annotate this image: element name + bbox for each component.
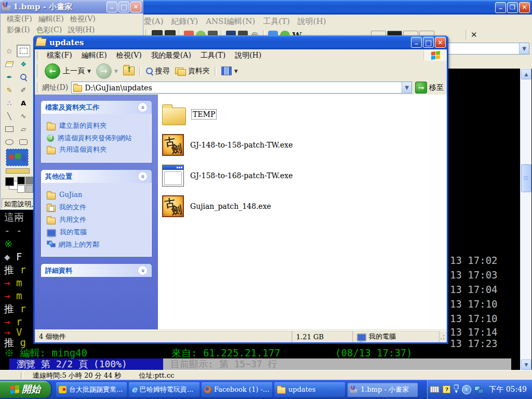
paint-menubar-row1[interactable]: 檔案(F) 編輯(E) 檢視(V) — [1, 14, 143, 24]
task-paint[interactable]: 1.bmp - 小畫家 — [347, 382, 418, 397]
chevron-down-icon[interactable]: ▼ — [402, 82, 411, 93]
tool-line[interactable]: ╲ — [3, 110, 16, 122]
tool-polygon[interactable]: ▱ — [17, 123, 30, 135]
chevron-down-icon[interactable]: « — [138, 265, 148, 275]
tool-pencil[interactable]: ✎ — [3, 84, 16, 96]
menu-tools[interactable]: 工具(T) — [196, 51, 230, 60]
paint-maximize-button[interactable] — [118, 2, 129, 12]
start-button[interactable]: 開始 — [0, 381, 51, 398]
restore-tray-icon[interactable]: ❐▼ — [454, 385, 459, 394]
go-button[interactable]: → — [415, 82, 427, 94]
menu-edit[interactable]: 編輯(E) — [77, 51, 112, 60]
file-gj-158-to-168[interactable]: GJ-158-to-168-patch-TW.exe — [162, 163, 447, 188]
tool-pick-color[interactable]: ✒ — [3, 71, 16, 83]
chevron-up-icon[interactable]: « — [138, 102, 148, 112]
menu-file[interactable]: 檔案(F) — [42, 51, 77, 60]
explorer-maximize-button[interactable] — [423, 37, 434, 48]
bbs-restore-button[interactable] — [507, 2, 518, 13]
views-button[interactable]: ▼ — [219, 63, 241, 79]
place-my-network[interactable]: 網路上的芳鄰 — [47, 241, 146, 248]
back-button[interactable]: ← 上一頁 ▼ — [42, 63, 94, 79]
menu-help[interactable]: 說明(H) — [230, 51, 266, 60]
scrollbar-thumb[interactable] — [521, 164, 531, 192]
file-name[interactable]: TEMP — [191, 109, 217, 119]
place-shared-documents[interactable]: 共用文件 — [47, 216, 146, 224]
paint-menu-image[interactable]: 影像(I) — [7, 25, 30, 35]
foreground-color-swatch[interactable] — [5, 177, 14, 186]
tool-brush[interactable]: ✐ — [17, 84, 30, 96]
folders-button[interactable]: 資料夾 — [172, 63, 212, 79]
go-label[interactable]: 移至 — [429, 83, 444, 92]
tool-ellipse[interactable] — [3, 136, 16, 148]
tool-text[interactable]: A — [17, 97, 30, 109]
file-name[interactable]: GJ-158-to-168-patch-TW.exe — [189, 171, 294, 180]
paint-menu-edit[interactable]: 編輯(E) — [38, 15, 64, 24]
tool-fill[interactable]: ❖ — [17, 58, 30, 70]
keyboard-icon[interactable] — [430, 386, 440, 393]
palette-color[interactable] — [25, 177, 33, 184]
paint-menu-help[interactable]: 說明(H) — [68, 25, 95, 35]
paint-menu-file[interactable]: 檔案(F) — [7, 15, 32, 24]
paint-tool-options[interactable] — [6, 149, 29, 166]
forward-button[interactable]: → ▼ — [94, 63, 121, 79]
file-gujian-patch-148[interactable]: 古 劍 Gujian_patch_148.exe — [162, 194, 447, 219]
explorer-titlebar[interactable]: updates — [33, 35, 448, 49]
bbs-close-button[interactable] — [519, 2, 530, 13]
paint-menu-view[interactable]: 檢視(V) — [70, 15, 96, 24]
menu-view[interactable]: 檢視(V) — [112, 51, 147, 60]
help-icon[interactable]: ? — [443, 385, 450, 393]
task-publish-folder[interactable]: 將這個資料夾發佈到網站 — [47, 134, 146, 142]
task-facebook[interactable]: Facebook (1) - Moz... — [202, 382, 272, 397]
tool-select[interactable] — [17, 45, 30, 57]
task-share-folder[interactable]: 共用這個資料夾 — [47, 145, 146, 154]
taskbar-clock[interactable]: 下午 05:49 — [489, 385, 527, 394]
panel-header[interactable]: 詳細資料 « — [41, 264, 152, 277]
up-button[interactable] — [121, 63, 137, 79]
panel-header[interactable]: 檔案及資料夾工作 « — [41, 101, 152, 114]
task-updates[interactable]: updates — [274, 382, 345, 397]
paint-close-button[interactable] — [130, 2, 141, 12]
bbs-minimize-button[interactable] — [495, 2, 506, 13]
tool-curve[interactable]: ∿ — [17, 110, 30, 122]
chevron-down-icon[interactable]: ▼ — [87, 69, 91, 74]
tool-airbrush[interactable]: ∴ — [3, 97, 16, 109]
chevron-up-icon[interactable]: « — [138, 171, 148, 181]
place-my-documents[interactable]: 我的文件 — [47, 203, 146, 212]
file-temp[interactable]: TEMP — [162, 102, 447, 127]
file-name[interactable]: GJ-148-to-158-patch-TW.exe — [189, 140, 294, 150]
tool-rectangle[interactable] — [3, 123, 16, 135]
address-input[interactable]: D:\GuJian\updates ▼ — [71, 82, 412, 94]
resize-grip[interactable] — [440, 331, 447, 342]
scroll-down-icon[interactable]: ▼ — [521, 360, 531, 370]
search-button[interactable]: 搜尋 — [143, 63, 172, 79]
tool-magnifier[interactable] — [17, 71, 30, 83]
place-gujian[interactable]: GuJian — [47, 191, 146, 200]
explorer-close-button[interactable] — [435, 37, 446, 48]
panel-header[interactable]: 其他位置 « — [41, 170, 152, 183]
collapse-tray-icon[interactable]: ‹ — [462, 385, 471, 394]
task-gamer[interactable]: e 巴哈姆特電玩資... — [129, 382, 200, 397]
menu-favorites[interactable]: 我的最愛(A) — [147, 51, 196, 60]
chevron-down-icon[interactable]: ▼ — [234, 69, 238, 74]
task-new-folder[interactable]: 建立新的資料夾 — [47, 122, 146, 130]
paint-titlebar[interactable]: 1.bmp - 小畫家 — [1, 0, 143, 14]
file-gj-148-to-158[interactable]: 古 劍 GJ-148-to-158-patch-TW.exe — [162, 132, 447, 157]
bbs-menu-items[interactable]: 我的最愛(A) 紀錄(Y) ANSI編輯(N) 工具(T) 說明(H) — [121, 17, 326, 26]
paint-menu-colors[interactable]: 色彩(C) — [36, 25, 62, 35]
close-x-icon[interactable]: ✕ — [471, 30, 477, 39]
palette-color[interactable] — [17, 177, 25, 184]
scroll-up-icon[interactable]: ▲ — [521, 69, 531, 79]
tool-eraser[interactable] — [3, 58, 16, 70]
network-icon[interactable] — [474, 386, 484, 393]
paint-tool-options-partial[interactable] — [6, 168, 30, 174]
palette-color[interactable] — [25, 185, 33, 193]
tool-free-form-select[interactable]: ✩ — [3, 45, 16, 57]
paint-minimize-button[interactable] — [107, 2, 117, 12]
palette-color[interactable] — [17, 185, 25, 193]
chevron-down-icon[interactable]: ▼ — [519, 43, 529, 54]
tool-rounded-rectangle[interactable] — [17, 136, 30, 148]
file-name[interactable]: Gujian_patch_148.exe — [189, 202, 272, 211]
explorer-minimize-button[interactable] — [411, 37, 422, 48]
scrollbar[interactable]: ▲ ▼ — [520, 69, 531, 370]
task-ptt[interactable]: 台大批踢踢實業... — [56, 382, 127, 397]
